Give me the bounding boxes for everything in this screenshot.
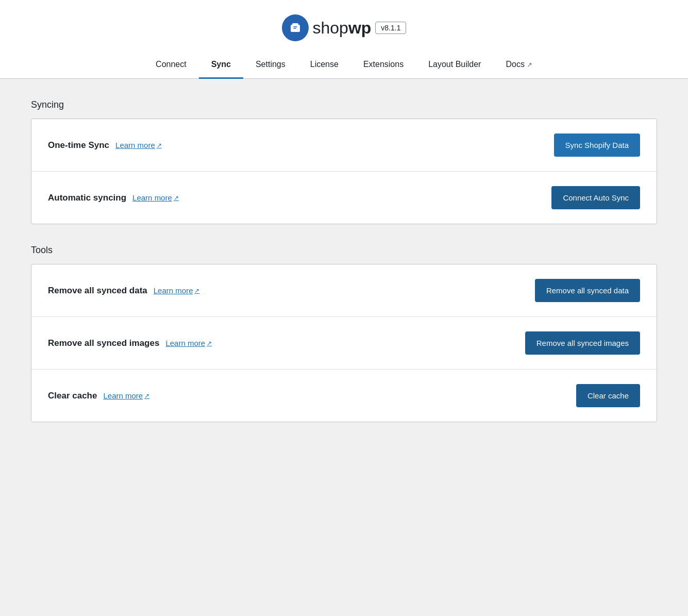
clear-cache-label: Clear cache — [48, 391, 97, 401]
remove-synced-data-learn-more[interactable]: Learn more ↗ — [154, 286, 200, 295]
clear-cache-external-icon: ↗ — [144, 392, 149, 399]
nav-item-settings[interactable]: Settings — [243, 52, 298, 79]
nav-item-connect[interactable]: Connect — [143, 52, 199, 79]
nav-item-license[interactable]: License — [298, 52, 351, 79]
automatic-syncing-label: Automatic syncing — [48, 193, 126, 203]
clear-cache-button[interactable]: Clear cache — [576, 384, 640, 407]
syncing-card: One-time Sync Learn more ↗ Sync Shopify … — [31, 119, 657, 224]
remove-synced-images-label: Remove all synced images — [48, 338, 159, 348]
clear-cache-row: Clear cache Learn more ↗ Clear cache — [31, 370, 657, 422]
automatic-syncing-external-icon: ↗ — [174, 194, 179, 202]
remove-synced-images-left: Remove all synced images Learn more ↗ — [48, 338, 212, 348]
automatic-syncing-learn-more-text: Learn more — [132, 193, 172, 202]
one-time-sync-learn-more[interactable]: Learn more ↗ — [115, 141, 162, 149]
logo-icon — [282, 14, 309, 41]
logo-text: shopwp — [313, 19, 372, 38]
automatic-syncing-learn-more[interactable]: Learn more ↗ — [132, 193, 179, 202]
one-time-sync-row: One-time Sync Learn more ↗ Sync Shopify … — [31, 119, 657, 172]
header: shopwp v8.1.1 — [0, 0, 688, 52]
remove-synced-images-learn-more[interactable]: Learn more ↗ — [165, 339, 212, 347]
clear-cache-learn-more[interactable]: Learn more ↗ — [103, 391, 149, 400]
remove-synced-data-external-icon: ↗ — [194, 287, 199, 294]
logo-text-bold: wp — [348, 19, 371, 37]
remove-synced-data-row: Remove all synced data Learn more ↗ Remo… — [31, 264, 657, 317]
nav-item-extensions[interactable]: Extensions — [351, 52, 416, 79]
tools-card: Remove all synced data Learn more ↗ Remo… — [31, 264, 657, 422]
sync-shopify-data-button[interactable]: Sync Shopify Data — [554, 134, 640, 157]
main-nav: Connect Sync Settings License Extensions… — [0, 52, 688, 79]
syncing-section-title: Syncing — [31, 99, 657, 110]
remove-synced-images-learn-more-text: Learn more — [165, 339, 205, 347]
remove-synced-data-left: Remove all synced data Learn more ↗ — [48, 286, 199, 296]
clear-cache-learn-more-text: Learn more — [103, 391, 143, 400]
connect-auto-sync-button[interactable]: Connect Auto Sync — [551, 186, 640, 209]
remove-synced-data-label: Remove all synced data — [48, 286, 147, 296]
remove-synced-data-learn-more-text: Learn more — [154, 286, 193, 295]
logo-container: shopwp v8.1.1 — [282, 14, 407, 41]
page-wrapper: shopwp v8.1.1 Connect Sync Settings Lice… — [0, 0, 688, 616]
tools-section: Tools Remove all synced data Learn more … — [31, 245, 657, 422]
remove-synced-images-external-icon: ↗ — [207, 340, 212, 347]
syncing-section: Syncing One-time Sync Learn more ↗ Sync … — [31, 99, 657, 224]
version-badge: v8.1.1 — [375, 22, 406, 34]
remove-synced-images-button[interactable]: Remove all synced images — [525, 331, 640, 355]
one-time-sync-label: One-time Sync — [48, 140, 109, 151]
docs-external-icon: ↗ — [527, 61, 532, 69]
remove-synced-data-button[interactable]: Remove all synced data — [535, 279, 640, 302]
nav-item-layout-builder[interactable]: Layout Builder — [416, 52, 493, 79]
one-time-sync-learn-more-text: Learn more — [115, 141, 155, 149]
automatic-syncing-row: Automatic syncing Learn more ↗ Connect A… — [31, 172, 657, 224]
automatic-syncing-left: Automatic syncing Learn more ↗ — [48, 193, 179, 203]
logo-text-light: shop — [313, 19, 348, 37]
one-time-sync-external-icon: ↗ — [157, 142, 162, 149]
nav-docs-label: Docs — [506, 60, 524, 69]
remove-synced-images-row: Remove all synced images Learn more ↗ Re… — [31, 317, 657, 370]
main-content: Syncing One-time Sync Learn more ↗ Sync … — [0, 79, 688, 616]
tools-section-title: Tools — [31, 245, 657, 256]
one-time-sync-left: One-time Sync Learn more ↗ — [48, 140, 162, 151]
clear-cache-left: Clear cache Learn more ↗ — [48, 391, 149, 401]
nav-item-sync[interactable]: Sync — [199, 52, 243, 79]
nav-item-docs[interactable]: Docs ↗ — [493, 52, 544, 79]
